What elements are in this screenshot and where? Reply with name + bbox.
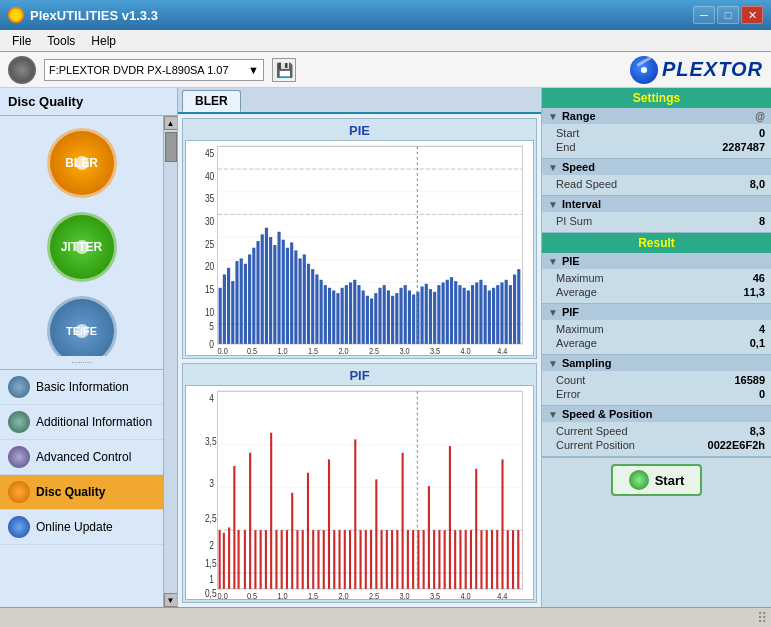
speed-position-content: Current Speed 8,3 Current Position 0022E… xyxy=(542,422,771,456)
svg-rect-146 xyxy=(365,530,367,589)
tab-bler[interactable]: BLER xyxy=(182,90,241,112)
pif-max-value: 4 xyxy=(759,323,765,335)
pif-chart-title: PIF xyxy=(185,366,534,385)
sidebar-item-disc[interactable]: Disc Quality xyxy=(0,475,163,510)
jitter-button[interactable]: JITTER xyxy=(8,208,155,286)
online-update-label: Online Update xyxy=(36,520,113,534)
svg-rect-127 xyxy=(265,530,267,589)
interval-section-header[interactable]: ▼ Interval xyxy=(542,196,771,212)
sidebar-item-online[interactable]: Online Update xyxy=(0,510,163,545)
sidebar-scrollbar[interactable]: ▲ ▼ xyxy=(163,116,177,607)
svg-rect-55 xyxy=(362,290,365,343)
dropdown-arrow-icon: ▼ xyxy=(248,64,259,76)
svg-rect-134 xyxy=(302,530,304,589)
svg-rect-137 xyxy=(317,530,319,589)
svg-text:3.5: 3.5 xyxy=(430,346,441,355)
pie-result-section: ▼ PIE Maximum 46 Average 11,3 xyxy=(542,253,771,304)
pie-max-label: Maximum xyxy=(556,272,604,284)
pif-avg-row: Average 0,1 xyxy=(556,336,765,350)
menu-item-file[interactable]: File xyxy=(4,32,39,50)
close-button[interactable]: ✕ xyxy=(741,6,763,24)
pif-chart-box: PIF 4 3,5 3 2,5 2 1,5 1 0,5 xyxy=(182,363,537,604)
svg-rect-170 xyxy=(491,530,493,589)
svg-rect-129 xyxy=(275,530,277,589)
additional-info-label: Additional Information xyxy=(36,415,152,429)
svg-rect-34 xyxy=(273,245,276,344)
pie-result-collapse-icon: ▼ xyxy=(548,256,558,267)
start-label: Start xyxy=(655,473,685,488)
svg-rect-54 xyxy=(357,285,360,344)
drive-selector[interactable]: F:PLEXTOR DVDR PX-L890SA 1.07 ▼ xyxy=(44,59,264,81)
svg-text:2.0: 2.0 xyxy=(338,590,349,599)
title-bar: PlexUTILITIES v1.3.3 ─ □ ✕ xyxy=(0,0,771,30)
result-header: Result xyxy=(542,233,771,253)
svg-text:0.5: 0.5 xyxy=(247,346,258,355)
minimize-button[interactable]: ─ xyxy=(693,6,715,24)
pie-result-header[interactable]: ▼ PIE xyxy=(542,253,771,269)
svg-rect-160 xyxy=(438,530,440,589)
pif-result-collapse-icon: ▼ xyxy=(548,307,558,318)
svg-rect-64 xyxy=(399,288,402,344)
range-section-header[interactable]: ▼ Range @ xyxy=(542,108,771,124)
svg-rect-29 xyxy=(252,248,255,344)
tefe-label: TE/FE xyxy=(66,325,97,337)
scroll-up-button[interactable]: ▲ xyxy=(164,116,178,130)
range-start-label: Start xyxy=(556,127,579,139)
drive-label: F:PLEXTOR DVDR PX-L890SA 1.07 xyxy=(49,64,229,76)
jitter-disc-icon: JITTER xyxy=(47,212,117,282)
svg-rect-69 xyxy=(420,286,423,343)
svg-rect-42 xyxy=(307,264,310,344)
pif-result-header[interactable]: ▼ PIF xyxy=(542,304,771,320)
additional-info-icon xyxy=(8,411,30,433)
speed-position-header[interactable]: ▼ Speed & Position xyxy=(542,406,771,422)
error-value: 0 xyxy=(759,388,765,400)
range-end-label: End xyxy=(556,141,576,153)
sidebar-item-additional[interactable]: Additional Information xyxy=(0,405,163,440)
svg-rect-85 xyxy=(488,290,491,343)
svg-rect-36 xyxy=(282,240,285,344)
svg-rect-89 xyxy=(505,280,508,344)
svg-rect-23 xyxy=(227,268,230,344)
sidebar-item-advanced[interactable]: Advanced Control xyxy=(0,440,163,475)
start-button[interactable]: Start xyxy=(611,464,703,496)
maximize-button[interactable]: □ xyxy=(717,6,739,24)
sampling-section-header[interactable]: ▼ Sampling xyxy=(542,355,771,371)
speed-label: Speed xyxy=(562,161,595,173)
content-area: BLER PIE 45 40 35 30 25 20 15 10 xyxy=(178,88,541,607)
svg-text:5: 5 xyxy=(209,320,214,332)
read-speed-value: 8,0 xyxy=(750,178,765,190)
speed-section-header[interactable]: ▼ Speed xyxy=(542,159,771,175)
bler-button[interactable]: BLER xyxy=(8,124,155,202)
sidebar-item-basic[interactable]: Basic Information xyxy=(0,370,163,405)
svg-rect-121 xyxy=(233,466,235,589)
scroll-down-button[interactable]: ▼ xyxy=(164,593,178,607)
pie-max-row: Maximum 46 xyxy=(556,271,765,285)
svg-rect-78 xyxy=(458,285,461,344)
range-section: ▼ Range @ Start 0 End 2287487 xyxy=(542,108,771,159)
svg-rect-70 xyxy=(425,284,428,344)
interval-label: Interval xyxy=(562,198,601,210)
brand-name: PLEXTOR xyxy=(662,58,763,81)
current-pos-value: 0022E6F2h xyxy=(708,439,765,451)
scroll-thumb[interactable] xyxy=(165,132,177,162)
svg-rect-140 xyxy=(333,530,335,589)
svg-text:2.5: 2.5 xyxy=(369,590,380,599)
svg-rect-32 xyxy=(265,228,268,344)
speed-pos-collapse-icon: ▼ xyxy=(548,409,558,420)
disc-quality-label: Disc Quality xyxy=(36,485,105,499)
range-start-row: Start 0 xyxy=(556,126,765,140)
menu-item-tools[interactable]: Tools xyxy=(39,32,83,50)
menu-item-help[interactable]: Help xyxy=(83,32,124,50)
svg-rect-173 xyxy=(507,530,509,589)
tefe-button[interactable]: TE/FE xyxy=(8,292,155,356)
svg-rect-168 xyxy=(480,530,482,589)
save-button[interactable]: 💾 xyxy=(272,58,296,82)
svg-rect-130 xyxy=(281,530,283,589)
sampling-label: Sampling xyxy=(562,357,612,369)
svg-rect-28 xyxy=(248,254,251,343)
charts-container: PIE 45 40 35 30 25 20 15 10 5 0 xyxy=(178,114,541,607)
svg-rect-37 xyxy=(286,248,289,344)
app-icon xyxy=(8,7,24,23)
svg-rect-90 xyxy=(509,285,512,344)
svg-rect-38 xyxy=(290,242,293,343)
